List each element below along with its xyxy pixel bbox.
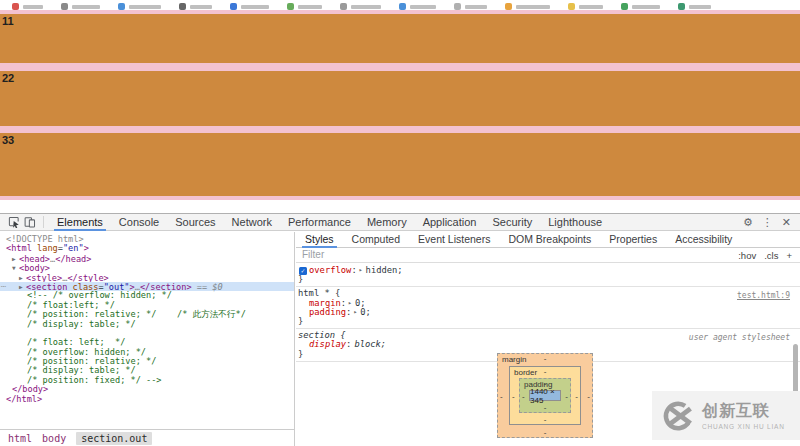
- bookmark-label: [129, 5, 161, 9]
- subtab-accessibility[interactable]: Accessibility: [666, 232, 741, 248]
- body-open-node[interactable]: ▼<body>: [0, 263, 294, 272]
- bookmark-item[interactable]: [399, 3, 436, 10]
- bookmark-item[interactable]: [568, 3, 603, 10]
- bookmark-item[interactable]: [287, 3, 322, 10]
- bookmark-item[interactable]: [179, 3, 212, 10]
- breadcrumb-body[interactable]: body: [42, 433, 66, 444]
- declaration-display[interactable]: display:block;: [298, 340, 795, 349]
- expand-arrow-icon[interactable]: ▸: [359, 266, 363, 274]
- bookmark-item[interactable]: [621, 3, 660, 10]
- tab-performance[interactable]: Performance: [280, 214, 359, 231]
- padding-left-value[interactable]: -: [522, 391, 525, 400]
- html-open-node[interactable]: <html lang="en">: [0, 244, 294, 253]
- expand-arrow-icon[interactable]: ▶: [12, 254, 19, 263]
- subtab-event-listeners[interactable]: Event Listeners: [409, 232, 499, 248]
- property-name[interactable]: padding: [309, 307, 346, 317]
- settings-gear-icon[interactable]: ⚙: [743, 217, 753, 228]
- bookmark-favicon-icon: [568, 3, 575, 10]
- margin-left-value[interactable]: -: [500, 391, 503, 400]
- inspect-element-icon[interactable]: [6, 214, 22, 230]
- border-right-value[interactable]: -: [575, 391, 578, 400]
- style-node[interactable]: ▶<style>…</style>: [0, 273, 294, 282]
- comment-line[interactable]: /* display: table; */: [0, 320, 294, 329]
- section-block-3: 33: [0, 133, 800, 196]
- bookmark-favicon-icon: [61, 3, 68, 10]
- toggle-hover-state-button[interactable]: :hov: [738, 250, 756, 261]
- collapse-arrow-icon[interactable]: ▼: [12, 263, 19, 272]
- rule-close-brace: }: [298, 275, 795, 284]
- bookmark-label: [190, 5, 212, 9]
- margin-top-value[interactable]: -: [544, 354, 547, 363]
- bookmark-item[interactable]: [678, 3, 711, 10]
- tab-sources[interactable]: Sources: [167, 214, 223, 231]
- property-name[interactable]: display: [309, 339, 346, 349]
- tab-application[interactable]: Application: [415, 214, 485, 231]
- html-close-node[interactable]: </html>: [0, 395, 294, 404]
- subtab-dom-breakpoints[interactable]: DOM Breakpoints: [499, 232, 600, 248]
- bookmark-item[interactable]: [505, 3, 550, 10]
- subtab-styles[interactable]: Styles: [296, 232, 343, 248]
- tab-console[interactable]: Console: [111, 214, 167, 231]
- tab-lighthouse[interactable]: Lighthouse: [540, 214, 610, 231]
- border-top-value[interactable]: -: [544, 367, 547, 376]
- tag-token: >: [84, 243, 89, 253]
- property-value[interactable]: block;: [354, 339, 386, 349]
- bookmark-item[interactable]: [340, 3, 381, 10]
- tab-elements[interactable]: Elements: [49, 214, 111, 231]
- box-model-border: border - - - - padding - - - - 14: [509, 366, 581, 425]
- bookmark-item[interactable]: [61, 3, 100, 10]
- styles-rules: ✓overflow:▸hidden; } html * {test.html:9…: [296, 264, 800, 362]
- tab-memory[interactable]: Memory: [359, 214, 415, 231]
- rule-selector[interactable]: html * {test.html:9: [298, 289, 795, 298]
- bookmark-label: [632, 5, 660, 9]
- border-bottom-value[interactable]: -: [544, 415, 547, 424]
- head-node[interactable]: ▶<head>…</head>: [0, 254, 294, 263]
- styles-subtabs: Styles Computed Event Listeners DOM Brea…: [296, 232, 800, 248]
- tab-network[interactable]: Network: [224, 214, 280, 231]
- close-devtools-icon[interactable]: ✕: [782, 217, 791, 228]
- body-close-node[interactable]: </body>: [0, 385, 294, 394]
- declaration-padding[interactable]: padding:▸0;: [298, 308, 795, 317]
- styles-filter-input[interactable]: [302, 249, 482, 260]
- subtab-properties[interactable]: Properties: [600, 232, 666, 248]
- page-viewport: 11 22 33: [0, 10, 800, 200]
- elements-panel: <!DOCTYPE html> <html lang="en"> ▶<head>…: [0, 232, 295, 446]
- toggle-class-button[interactable]: .cls: [764, 250, 778, 261]
- section-block-2: 22: [0, 71, 800, 126]
- rule-html-star: html * {test.html:9 margin:▸0; padding:▸…: [296, 287, 800, 329]
- breadcrumb-section-out[interactable]: section.out: [76, 432, 152, 445]
- bookmark-item[interactable]: [118, 3, 161, 10]
- bookmark-label: [516, 5, 550, 9]
- bookmark-label: [579, 5, 603, 9]
- tab-security[interactable]: Security: [484, 214, 540, 231]
- more-options-kebab-icon[interactable]: ⋮: [762, 217, 773, 228]
- border-left-value[interactable]: -: [512, 391, 515, 400]
- margin-bottom-value[interactable]: -: [544, 428, 547, 437]
- toolbar-divider: [43, 216, 44, 228]
- box-model-diagram: margin - - - - border - - - - padding: [497, 353, 593, 438]
- expand-arrow-icon[interactable]: ▸: [348, 299, 352, 307]
- declaration-overflow[interactable]: ✓overflow:▸hidden;: [298, 266, 795, 275]
- bookmark-item[interactable]: [454, 3, 487, 10]
- padding-right-value[interactable]: -: [565, 391, 568, 400]
- device-toolbar-icon[interactable]: [22, 214, 38, 230]
- expand-arrow-icon[interactable]: ▸: [353, 308, 357, 316]
- bookmark-item[interactable]: [230, 3, 269, 10]
- bookmark-item[interactable]: [12, 3, 43, 10]
- property-name[interactable]: overflow: [309, 265, 351, 275]
- subtab-computed[interactable]: Computed: [343, 232, 409, 248]
- box-model-content[interactable]: 1440 × 345: [529, 390, 561, 401]
- bookmark-label: [298, 5, 322, 9]
- new-style-rule-button[interactable]: +: [786, 250, 792, 261]
- declaration-margin[interactable]: margin:▸0;: [298, 299, 795, 308]
- expand-arrow-icon[interactable]: ▶: [19, 282, 26, 291]
- property-value[interactable]: 0;: [360, 307, 371, 317]
- section-block-1: 11: [0, 14, 800, 63]
- expand-arrow-icon[interactable]: ▶: [19, 273, 26, 282]
- property-value[interactable]: hidden;: [366, 265, 403, 275]
- colon-token: :: [346, 307, 351, 317]
- bookmark-favicon-icon: [621, 3, 628, 10]
- rule-close-brace: }: [298, 317, 795, 326]
- margin-right-value[interactable]: -: [587, 391, 590, 400]
- breadcrumb-html[interactable]: html: [8, 433, 32, 444]
